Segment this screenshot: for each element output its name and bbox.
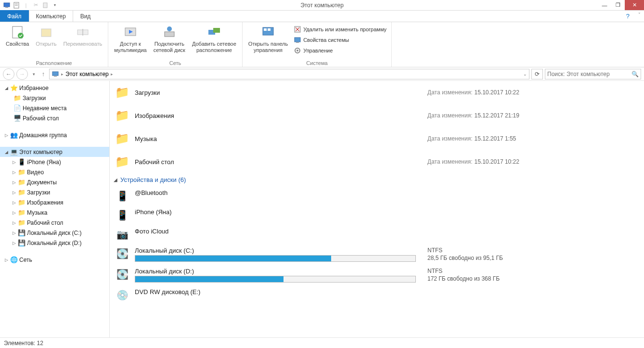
breadcrumb[interactable]: ▸ Этот компьютер ▸ ⌄: [49, 69, 529, 79]
device-row[interactable]: 📷Фото iCloud: [114, 225, 644, 244]
system-props-icon: [294, 36, 301, 44]
system-properties-button[interactable]: Свойства системы: [292, 35, 388, 45]
device-icon: 💽: [116, 268, 129, 281]
tree-recent[interactable]: 📄Недавние места: [0, 103, 109, 113]
folder-row[interactable]: 📁 Изображения Дата изменения:15.12.2017 …: [114, 104, 644, 127]
tree-downloads2[interactable]: ▷📁Загрузки: [0, 187, 109, 197]
svg-rect-8: [41, 29, 51, 37]
open-icon: [39, 25, 54, 40]
map-drive-button[interactable]: Подключить сетевой диск: [151, 24, 188, 54]
tree-downloads[interactable]: 📁Загрузки: [0, 93, 109, 103]
address-dropdown-icon[interactable]: ⌄: [523, 72, 527, 77]
tree-desktop2[interactable]: ▷📁Рабочий стол: [0, 218, 109, 228]
tree-desktop[interactable]: 🖥️Рабочий стол: [0, 113, 109, 123]
svg-rect-16: [213, 28, 220, 33]
tree-music[interactable]: ▷📁Музыка: [0, 207, 109, 218]
tree-pictures[interactable]: ▷📁Изображения: [0, 197, 109, 207]
folder-row[interactable]: 📁 Рабочий стол Дата изменения:15.10.2017…: [114, 150, 644, 173]
back-button[interactable]: ←: [3, 68, 14, 80]
uninstall-button[interactable]: Удалить или изменить программу: [292, 25, 388, 34]
svg-rect-23: [295, 38, 300, 42]
rename-button[interactable]: Переименовать: [61, 24, 105, 48]
tree-disk-c[interactable]: ▷💾Локальный диск (C:): [0, 228, 109, 238]
search-input[interactable]: [547, 71, 630, 77]
svg-rect-28: [54, 76, 57, 77]
group-label-system: Система: [245, 59, 388, 66]
control-panel-button[interactable]: Открыть панель управления: [245, 24, 291, 54]
tree-documents[interactable]: ▷📁Документы: [0, 177, 109, 187]
desktop-icon: 🖥️: [13, 115, 21, 122]
folder-icon: 📁: [18, 179, 26, 186]
help-icon[interactable]: ?: [626, 13, 630, 20]
media-access-button[interactable]: Доступ к мультимедиа: [111, 24, 150, 54]
map-drive-icon: [162, 25, 177, 40]
device-row[interactable]: 💽 Локальный диск (C:) NTFS28,5 ГБ свобод…: [114, 244, 644, 265]
add-network-button[interactable]: Добавить сетевое расположение: [189, 24, 239, 54]
minimize-button[interactable]: —: [598, 0, 611, 10]
device-icon: 💽: [116, 247, 129, 260]
breadcrumb-sep[interactable]: ▸: [61, 72, 64, 77]
drive-meta: NTFS28,5 ГБ свободно из 95,1 ГБ: [427, 247, 503, 261]
svg-rect-18: [264, 28, 267, 31]
folder-date: Дата изменения:15.10.2017 10:22: [427, 89, 519, 96]
tree-this-pc[interactable]: ◢💻Этот компьютер: [0, 147, 109, 157]
ribbon-collapse-icon[interactable]: ˇ: [639, 13, 640, 18]
tree-network[interactable]: ▷🌐Сеть: [0, 255, 109, 265]
maximize-button[interactable]: ❐: [611, 0, 625, 10]
search-box[interactable]: 🔍: [545, 69, 641, 79]
folder-icon: 📁: [18, 219, 26, 227]
drive-usage-bar: [135, 276, 416, 283]
drive-icon: 💾: [18, 229, 26, 237]
svg-point-14: [167, 26, 172, 31]
tree-disk-d[interactable]: ▷💾Локальный диск (D:): [0, 238, 109, 248]
device-row[interactable]: 📱@Bluetooth: [114, 186, 644, 206]
folder-row[interactable]: 📁 Загрузки Дата изменения:15.10.2017 10:…: [114, 81, 644, 104]
device-row[interactable]: 💽 Локальный диск (D:) NTFS172 ГБ свободн…: [114, 265, 644, 285]
tab-view[interactable]: Вид: [73, 10, 98, 22]
folder-name: Загрузки: [135, 89, 422, 96]
status-bar: Элементов: 12: [0, 337, 644, 348]
folder-icon: 📁: [13, 94, 21, 102]
device-row[interactable]: 📱iPhone (Яна): [114, 206, 644, 225]
tree-homegroup[interactable]: ▷👥Домашняя группа: [0, 130, 109, 140]
folder-icon: 📁: [18, 189, 26, 196]
tab-file[interactable]: Файл: [0, 10, 29, 22]
history-dropdown[interactable]: ▾: [30, 68, 38, 80]
open-button[interactable]: Открыть: [33, 24, 59, 48]
close-button[interactable]: ✕: [625, 0, 644, 10]
breadcrumb-root[interactable]: Этот компьютер: [65, 71, 109, 77]
add-network-icon: [206, 25, 222, 40]
device-icon: 📱: [116, 208, 129, 222]
star-icon: ⭐: [10, 84, 18, 92]
device-row[interactable]: 💿DVD RW дисковод (E:): [114, 285, 644, 305]
group-label-network: Сеть: [111, 59, 239, 66]
tree-favorites[interactable]: ◢⭐Избранное: [0, 83, 109, 93]
recent-icon: 📄: [13, 104, 21, 112]
folder-row[interactable]: 📁 Музыка Дата изменения:15.12.2017 1:55: [114, 127, 644, 150]
qat-icon-properties[interactable]: [13, 1, 20, 9]
tab-computer[interactable]: Компьютер: [29, 10, 73, 22]
devices-group-header[interactable]: ◢Устройства и диски (6): [114, 173, 644, 186]
folder-name: Музыка: [135, 135, 422, 142]
content-pane: 📁 Загрузки Дата изменения:15.10.2017 10:…: [110, 81, 644, 337]
forward-button[interactable]: →: [16, 68, 28, 80]
rename-icon: [75, 25, 90, 40]
svg-rect-24: [296, 42, 299, 43]
up-button[interactable]: ↑: [39, 68, 47, 80]
manage-button[interactable]: Управление: [292, 46, 388, 55]
folder-icon: 📁: [116, 155, 129, 168]
network-icon: 🌐: [10, 256, 18, 264]
drive-meta: NTFS172 ГБ свободно из 368 ГБ: [427, 268, 500, 282]
breadcrumb-sep2[interactable]: ▸: [111, 72, 113, 77]
refresh-button[interactable]: ⟳: [531, 69, 543, 79]
svg-point-26: [296, 50, 298, 52]
device-name: iPhone (Яна): [135, 208, 422, 216]
qat-divider: |: [22, 1, 30, 9]
tree-video[interactable]: ▷📁Видео: [0, 167, 109, 177]
window-buttons: — ❐ ✕: [598, 0, 644, 10]
qat-icon-computer[interactable]: [3, 1, 11, 9]
device-icon: 💿: [116, 288, 129, 302]
properties-button[interactable]: Свойства: [3, 24, 32, 48]
qat-dropdown-icon[interactable]: ▾: [51, 1, 59, 9]
tree-iphone[interactable]: ▷📱iPhone (Яна): [0, 157, 109, 167]
